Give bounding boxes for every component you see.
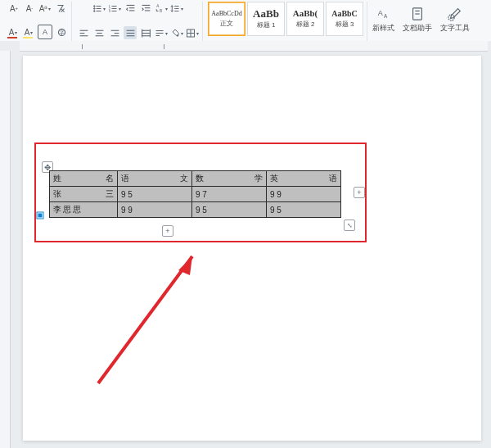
increase-font-icon[interactable]: A+ (7, 2, 20, 15)
svg-text:A: A (156, 4, 159, 8)
circled-char-icon[interactable]: 字 (55, 25, 68, 38)
table-header-row[interactable]: 姓名 语文 数学 英语 (50, 171, 341, 187)
styles-group: AaBbCcDd 正文 AaBb 标题 1 AaBb( 标题 2 AaBbC 标… (205, 2, 367, 41)
ruler-vertical[interactable] (0, 51, 11, 448)
header-chinese: 语文 (118, 171, 192, 187)
bullets-icon[interactable]: ▾ (92, 2, 106, 15)
ribbon: A+ A- Aᵃ▾ A▾ A▾ A 字 ▾ 123▾ AB▾ ▾ ▾ (0, 0, 491, 43)
style-normal[interactable]: AaBbCcDd 正文 (208, 2, 246, 36)
svg-text:字: 字 (59, 29, 65, 34)
tab-settings-icon[interactable]: ▾ (155, 26, 168, 39)
svg-text:3: 3 (109, 10, 110, 13)
doc-assistant-button[interactable]: 文档助手 (399, 2, 435, 38)
svg-point-4 (94, 7, 96, 9)
style-heading1[interactable]: AaBb 标题 1 (247, 2, 285, 36)
svg-text:A: A (377, 8, 382, 16)
document-page[interactable] (23, 56, 481, 441)
table-add-row-handle[interactable]: + (162, 225, 173, 237)
font-group: A+ A- Aᵃ▾ A▾ A▾ A 字 (3, 2, 72, 41)
table-add-column-handle[interactable]: + (354, 187, 365, 198)
numbering-icon[interactable]: 123▾ (108, 2, 121, 15)
header-english: 英语 (267, 171, 341, 187)
style-heading2[interactable]: AaBb( 标题 2 (286, 2, 324, 36)
shading-icon[interactable]: ▾ (170, 26, 183, 39)
table-resize-handle[interactable]: ⤡ (344, 219, 355, 231)
borders-icon[interactable]: ▾ (186, 26, 199, 39)
svg-text:A: A (384, 13, 388, 19)
new-style-button[interactable]: AA 新样式 (369, 2, 398, 38)
header-name: 姓名 (50, 171, 118, 187)
decrease-font-icon[interactable]: A- (23, 2, 36, 15)
content-table[interactable]: 姓名 语文 数学 英语 张三 9 5 9 7 9 9 李思思 9 9 9 5 9… (49, 170, 341, 218)
increase-indent-icon[interactable] (139, 2, 152, 15)
table-row[interactable]: 张三 9 5 9 7 9 9 (50, 187, 341, 202)
line-spacing-icon[interactable]: ▾ (170, 2, 183, 15)
highlight-icon[interactable]: A▾ (22, 25, 35, 38)
char-border-icon[interactable]: A (38, 25, 52, 39)
svg-point-45 (177, 34, 178, 36)
text-tools-button[interactable]: 文字工具 (437, 2, 473, 38)
paragraph-group: ▾ 123▾ AB▾ ▾ ▾ ▾ ▾ (74, 2, 203, 41)
distributed-icon[interactable] (139, 26, 152, 39)
align-center-icon[interactable] (92, 26, 106, 39)
svg-text:B: B (160, 9, 162, 13)
document-stage: ✥ 姓名 语文 数学 英语 张三 9 5 9 7 9 9 李思思 9 9 9 5… (0, 41, 491, 448)
header-math: 数学 (192, 171, 267, 187)
text-direction-icon[interactable]: AB▾ (155, 2, 168, 15)
table-row[interactable]: 李思思 9 9 9 5 9 5 (50, 202, 341, 218)
style-heading3[interactable]: AaBbC 标题 3 (326, 2, 363, 36)
svg-point-6 (94, 10, 96, 11)
align-left-icon[interactable] (77, 26, 90, 39)
align-justify-icon[interactable] (124, 26, 137, 39)
style-gallery[interactable]: AaBbCcDd 正文 AaBb 标题 1 AaBb( 标题 2 AaBbC 标… (208, 2, 363, 36)
row-selection-marker[interactable] (36, 211, 44, 219)
svg-rect-56 (38, 214, 42, 217)
clear-format-icon[interactable] (54, 2, 67, 15)
svg-point-2 (94, 5, 96, 7)
ruler-horizontal[interactable] (20, 41, 488, 52)
align-right-icon[interactable] (108, 26, 121, 39)
decrease-indent-icon[interactable] (124, 2, 137, 15)
font-color-icon[interactable]: A▾ (7, 25, 20, 38)
change-case-icon[interactable]: Aᵃ▾ (38, 2, 52, 15)
